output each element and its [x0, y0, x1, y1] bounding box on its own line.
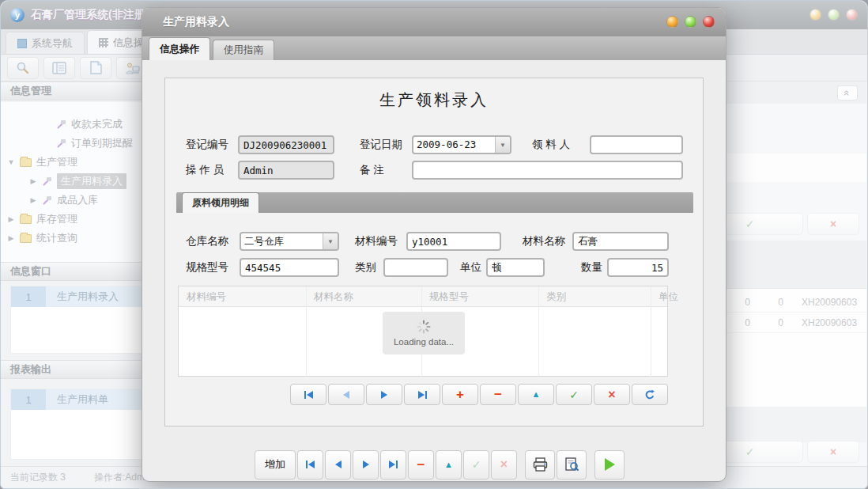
- chevron-down-icon[interactable]: ▼: [7, 158, 15, 166]
- detail-list-tool-button[interactable]: [43, 57, 75, 79]
- label-material-name: 材料名称: [523, 232, 565, 251]
- print-button[interactable]: [525, 450, 555, 480]
- delete-record-button[interactable]: −: [408, 450, 434, 480]
- grid-delete-button[interactable]: −: [480, 384, 516, 405]
- tab-label: 系统导航: [32, 36, 73, 51]
- grid-separator: [538, 286, 539, 377]
- run-button[interactable]: [594, 450, 625, 480]
- grid-navigator: + − ▲ ✓ ×: [178, 384, 668, 405]
- grid-col-spec[interactable]: 规格型号: [429, 290, 469, 304]
- cancel-record-button[interactable]: ×: [491, 450, 517, 480]
- dialog-minimize-button[interactable]: [666, 16, 678, 28]
- unit-input[interactable]: [486, 258, 545, 277]
- spinner-icon: [417, 320, 431, 334]
- cancel-button[interactable]: ×: [807, 441, 859, 463]
- tree-item-label: 订单到期提醒: [71, 136, 133, 150]
- tree-item-label: 库存管理: [36, 212, 77, 226]
- reg-date-value: 2009-06-23: [413, 137, 495, 153]
- tree-item-label-selected: 生产用料录入: [57, 173, 126, 189]
- minus-icon: −: [417, 458, 425, 472]
- grid-prev-button[interactable]: [328, 384, 364, 405]
- tree-item-label: 生产管理: [36, 155, 77, 169]
- material-detail-grid: 材料编号 材料名称 规格型号 类别 单位: [178, 286, 668, 377]
- dialog-tab-info-operation[interactable]: 信息操作: [149, 37, 210, 60]
- search-tool-button[interactable]: [7, 57, 39, 79]
- spec-input[interactable]: [240, 258, 339, 277]
- plus-icon: +: [456, 388, 464, 401]
- material-no-input[interactable]: [406, 232, 501, 251]
- dialog-maximize-button[interactable]: [685, 16, 696, 28]
- add-button[interactable]: 增加: [255, 450, 296, 480]
- grid-post-button[interactable]: ✓: [556, 384, 592, 405]
- maximize-button[interactable]: [828, 9, 840, 21]
- cancel-button[interactable]: ×: [807, 213, 859, 235]
- chevron-right-icon[interactable]: ▶: [7, 234, 15, 242]
- minimize-button[interactable]: [810, 9, 821, 21]
- cell-amount: 0: [757, 297, 783, 308]
- operator-field[interactable]: [238, 161, 334, 180]
- collapse-icon: «: [842, 90, 852, 96]
- grid-col-unit[interactable]: 单位: [659, 290, 678, 304]
- cross-icon: ×: [500, 458, 508, 471]
- label-warehouse: 仓库名称: [186, 232, 228, 251]
- reg-date-dropdown[interactable]: 2009-06-23 ▼: [412, 135, 511, 154]
- loading-indicator: Loading data...: [383, 312, 465, 354]
- grid-last-button[interactable]: [404, 384, 440, 405]
- receiver-input[interactable]: [590, 135, 683, 154]
- tree-item-label: 统计查询: [36, 231, 77, 245]
- dialog-titlebar[interactable]: 生产用料录入: [142, 8, 726, 36]
- grid-header: 材料编号 材料名称 规格型号 类别 单位: [179, 286, 667, 307]
- label-receiver: 领 料 人: [532, 135, 570, 154]
- dialog-tab-user-guide[interactable]: 使用指南: [213, 40, 274, 60]
- collapse-panel-button[interactable]: «: [837, 85, 858, 100]
- category-input[interactable]: [383, 258, 448, 277]
- preview-button[interactable]: [557, 450, 587, 480]
- next-record-button[interactable]: [353, 450, 379, 480]
- search-icon: [16, 61, 30, 75]
- cross-icon: ×: [830, 218, 836, 230]
- prev-record-button[interactable]: [325, 450, 351, 480]
- check-icon: ✓: [745, 445, 755, 458]
- dialog-close-button[interactable]: [703, 16, 715, 28]
- dialog-window-controls: [666, 16, 715, 28]
- grid-col-material-no[interactable]: 材料编号: [187, 290, 226, 304]
- main-window-controls: [810, 9, 858, 21]
- grid-refresh-button[interactable]: [632, 384, 668, 405]
- close-button[interactable]: [846, 9, 858, 21]
- play-icon: [605, 458, 615, 471]
- material-name-input[interactable]: [572, 232, 669, 251]
- grid-insert-button[interactable]: +: [442, 384, 478, 405]
- chevron-right-icon[interactable]: ▶: [29, 196, 37, 204]
- edit-record-button[interactable]: ▲: [436, 450, 462, 480]
- reg-no-field[interactable]: [238, 135, 334, 154]
- cell-serial: XH20090603: [802, 297, 857, 308]
- qty-input[interactable]: [607, 258, 669, 277]
- first-record-button[interactable]: [297, 450, 323, 480]
- user-config-icon: [125, 62, 140, 74]
- document-tool-button[interactable]: [80, 57, 111, 79]
- grid-col-material-name[interactable]: 材料名称: [314, 290, 353, 304]
- tab-raw-material-detail[interactable]: 原料领用明细: [182, 192, 259, 213]
- grid-separator: [306, 286, 307, 377]
- save-record-button[interactable]: ✓: [463, 450, 489, 480]
- grid-next-button[interactable]: [366, 384, 402, 405]
- chevron-right-icon[interactable]: ▶: [7, 215, 15, 223]
- tab-system-nav[interactable]: 系统导航: [6, 32, 85, 54]
- remark-input[interactable]: [412, 161, 683, 180]
- last-record-button[interactable]: [380, 450, 406, 480]
- chevron-right-icon[interactable]: ▶: [29, 177, 37, 185]
- grid-col-category[interactable]: 类别: [546, 290, 566, 304]
- grid-cancel-button[interactable]: ×: [594, 384, 630, 405]
- folder-icon: [20, 215, 32, 224]
- dropdown-caret-icon[interactable]: ▼: [495, 137, 510, 153]
- grid-edit-button[interactable]: ▲: [518, 384, 554, 405]
- label-qty: 数量: [581, 258, 602, 277]
- warehouse-dropdown[interactable]: 二号仓库 ▼: [240, 232, 339, 251]
- label-operator: 操 作 员: [186, 161, 224, 180]
- dropdown-caret-icon[interactable]: ▼: [323, 233, 338, 249]
- grid-first-button[interactable]: [290, 384, 326, 405]
- form-title: 生产领料录入: [165, 89, 703, 111]
- detail-tab-bar: 原料领用明细: [176, 192, 693, 213]
- label-remark: 备 注: [360, 161, 384, 180]
- up-triangle-icon: ▲: [444, 461, 453, 469]
